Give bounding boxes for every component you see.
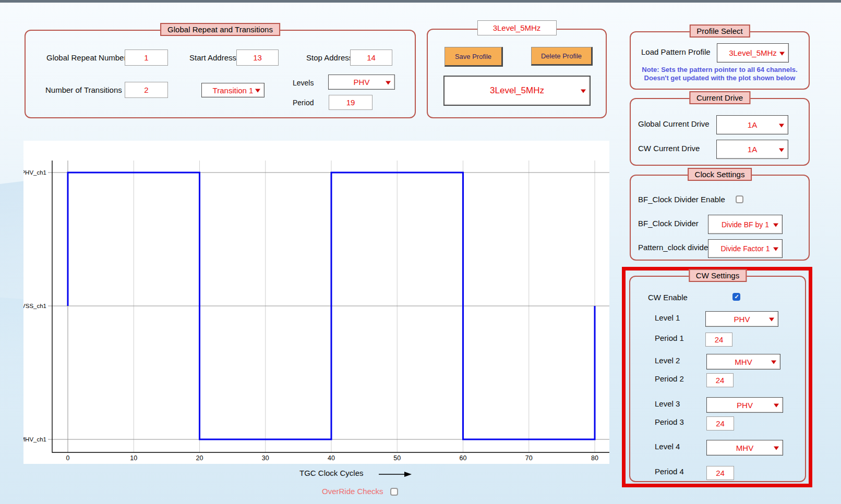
period-3-label: Period 3 [655, 417, 684, 426]
svg-text:0: 0 [66, 454, 70, 462]
levels-label: Levels [293, 79, 314, 87]
svg-text:20: 20 [196, 454, 203, 462]
override-checks-label: OverRide Checks [322, 487, 383, 496]
svg-text:10: 10 [130, 454, 137, 462]
profile-note-line1: Note: Sets the pattern pointer to all 64… [631, 66, 809, 73]
current-drive-groupbox: Current Drive Global Current Drive 1A CW… [630, 98, 810, 166]
chevron-down-icon [255, 89, 260, 93]
start-address-field[interactable]: 13 [236, 50, 279, 66]
chevron-down-icon [773, 223, 778, 227]
chevron-down-icon [773, 248, 778, 251]
period-field[interactable]: 19 [329, 95, 373, 110]
svg-text:MHV_ch1: MHV_ch1 [23, 436, 46, 442]
period-label: Period [293, 99, 314, 107]
bf-clock-divider-label: BF_Clock Divider [638, 219, 699, 228]
global-repeat-title: Global Repeat and Transitions [160, 23, 280, 36]
load-pattern-profile-label: Load Pattern Profile [641, 47, 711, 56]
right-arrow-icon [379, 471, 412, 478]
chevron-down-icon [581, 90, 586, 93]
window-top-bar [0, 0, 841, 3]
level-4-select[interactable]: MHV [706, 440, 783, 456]
profile-note-line2: Doesn't get updated with the plot shown … [631, 74, 809, 82]
svg-text:PHV_ch1: PHV_ch1 [23, 169, 46, 176]
svg-text:80: 80 [591, 454, 598, 462]
load-pattern-profile-select[interactable]: 3Level_5MHz [717, 43, 789, 63]
level-2-select[interactable]: MHV [706, 354, 780, 370]
period-2-label: Period 2 [655, 374, 684, 383]
chevron-down-icon [779, 52, 785, 55]
waveform-chart-panel: PHV_ch1AVSS_ch1MHV_ch101020304050607080 [23, 141, 609, 464]
level-1-select[interactable]: PHV [705, 311, 778, 327]
chevron-down-icon [769, 318, 774, 322]
svg-text:AVSS_ch1: AVSS_ch1 [23, 303, 46, 309]
profile-select-title: Profile Select [689, 24, 750, 38]
cw-settings-title: CW Settings [689, 269, 747, 282]
stop-address-field[interactable]: 14 [350, 50, 392, 66]
cw-enable-checkbox[interactable] [732, 293, 740, 301]
chevron-down-icon [779, 124, 784, 127]
level-1-label: Level 1 [655, 313, 680, 322]
period-1-label: Period 1 [655, 334, 684, 342]
chevron-down-icon [779, 148, 784, 152]
level-2-label: Level 2 [655, 356, 680, 365]
svg-text:40: 40 [328, 454, 335, 462]
pattern-clock-divider-value: Divide Factor 1 [720, 244, 770, 253]
global-current-drive-select[interactable]: 1A [716, 115, 788, 134]
svg-text:50: 50 [393, 454, 401, 462]
x-axis-title: TGC Clock Cycles [299, 469, 364, 477]
level-3-label: Level 3 [655, 399, 680, 408]
transition-select[interactable]: Transition 1 [201, 83, 265, 97]
profile-select-groupbox: Profile Select Load Pattern Profile 3Lev… [630, 31, 810, 90]
chevron-down-icon [774, 447, 779, 450]
clock-settings-title: Clock Settings [688, 168, 752, 181]
period-4-label: Period 4 [655, 467, 684, 476]
pattern-clock-divider-select[interactable]: Divide Factor 1 [708, 239, 783, 258]
bf-clock-divider-enable-checkbox[interactable] [736, 195, 743, 203]
level-4-label: Level 4 [655, 442, 680, 451]
level-2-value: MHV [735, 358, 752, 366]
global-current-drive-label: Global Current Drive [638, 119, 710, 128]
stop-address-label: Stop Address [306, 53, 353, 62]
cw-current-drive-value: 1A [748, 145, 757, 154]
global-repeat-number-label: Global Repeat Number [46, 53, 126, 62]
chevron-down-icon [774, 404, 779, 408]
profile-dropdown-value: 3Level_5MHz [490, 85, 544, 96]
waveform-chart: PHV_ch1AVSS_ch1MHV_ch101020304050607080 [23, 141, 609, 464]
profile-panel-groupbox: 3Level_5MHz Save Profile Delete Profile … [427, 29, 607, 118]
period-3-field[interactable]: 24 [706, 416, 734, 431]
save-profile-button[interactable]: Save Profile [444, 47, 503, 67]
chevron-down-icon [386, 81, 391, 84]
cw-settings-groupbox: CW Settings CW Enable Level 1 PHV Period… [629, 276, 806, 482]
cw-current-drive-label: CW Current Drive [638, 144, 700, 153]
chevron-down-icon [771, 361, 776, 364]
svg-text:70: 70 [525, 454, 533, 462]
level-3-select[interactable]: PHV [706, 397, 783, 413]
global-repeat-groupbox: Global Repeat and Transitions Global Rep… [25, 30, 416, 118]
bf-clock-divider-enable-label: BF_Clock Divider Enable [638, 195, 725, 204]
bf-clock-divider-value: Divide BF by 1 [722, 220, 769, 229]
period-1-field[interactable]: 24 [705, 333, 732, 347]
current-drive-title: Current Drive [689, 91, 750, 104]
pattern-clock-divider-label: Pattern_clock divider [638, 243, 711, 252]
global-repeat-number-field[interactable]: 1 [125, 50, 168, 66]
num-transitions-field[interactable]: 2 [125, 82, 168, 98]
profile-panel-title: 3Level_5MHz [477, 20, 557, 35]
global-current-drive-value: 1A [748, 120, 757, 129]
period-4-field[interactable]: 24 [706, 466, 734, 480]
delete-profile-button[interactable]: Delete Profile [531, 47, 593, 66]
override-checks-checkbox[interactable] [390, 488, 398, 496]
clock-settings-groupbox: Clock Settings BF_Clock Divider Enable B… [630, 175, 810, 261]
svg-text:60: 60 [460, 454, 467, 462]
num-transitions-label: Number of Transitions [45, 85, 122, 94]
levels-select-value: PHV [354, 78, 370, 87]
profile-dropdown[interactable]: 3Level_5MHz [443, 76, 591, 106]
start-address-label: Start Address [189, 53, 236, 62]
levels-select[interactable]: PHV [328, 75, 395, 90]
transition-select-value: Transition 1 [213, 86, 254, 95]
level-3-value: PHV [737, 401, 753, 410]
bf-clock-divider-select[interactable]: Divide BF by 1 [708, 215, 783, 234]
cw-current-drive-select[interactable]: 1A [716, 140, 788, 159]
load-pattern-profile-value: 3Level_5MHz [729, 48, 777, 57]
svg-text:30: 30 [262, 454, 269, 462]
period-2-field[interactable]: 24 [706, 373, 734, 387]
